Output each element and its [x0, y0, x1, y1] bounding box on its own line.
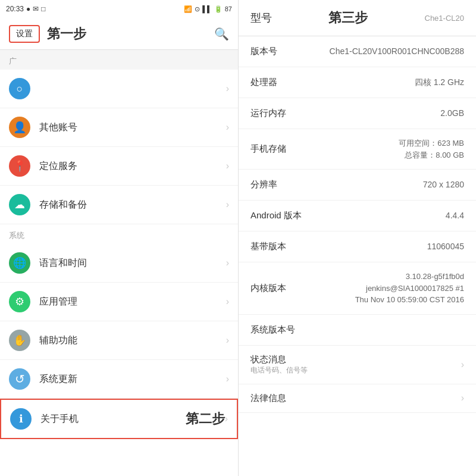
section-label-system: 系统: [0, 224, 238, 244]
row-kernel: 内核版本 3.10.28-g5f1fb0djenkins@SIA10000178…: [239, 262, 476, 315]
value-baseband: 11060045: [304, 240, 464, 253]
status-label-group: 状态消息 电话号码、信号等: [250, 354, 456, 375]
chevron-icon: ›: [226, 199, 229, 210]
menu-item-storage[interactable]: ☁ 存储和备份 ›: [0, 186, 238, 224]
label-processor: 处理器: [250, 77, 304, 88]
row-android: Android 版本 4.4.4: [239, 201, 476, 231]
label-storage: 手机存储: [250, 143, 304, 155]
chevron-icon: ›: [226, 122, 229, 133]
search-icon[interactable]: 🔍: [214, 27, 229, 41]
status-msg-icon: ✉: [33, 5, 39, 13]
row-processor: 处理器 四核 1.2 GHz: [239, 67, 476, 98]
icon-accounts: 👤: [9, 117, 30, 138]
value-processor: 四核 1.2 GHz: [304, 76, 464, 89]
status-dot: ●: [26, 5, 30, 13]
value-storage: 可用空间：623 MB总容量：8.00 GB: [304, 137, 464, 161]
chevron-icon: ›: [226, 335, 229, 346]
status-time: 20:33: [6, 5, 24, 13]
icon-location: 📍: [9, 155, 30, 177]
row-version-number: 版本号 Che1-CL20V100R001CHNC00B288: [239, 36, 476, 67]
value-kernel: 3.10.28-g5f1fb0djenkins@SIA1000017825 #1…: [304, 271, 464, 306]
menu-item-location[interactable]: 📍 定位服务 ›: [0, 147, 238, 186]
right-panel: 型号 第三步 Che1-CL20 版本号 Che1-CL20V100R001CH…: [238, 0, 476, 476]
header: 设置 第一步 🔍: [0, 18, 238, 50]
battery-icon: 🔋: [214, 5, 223, 13]
menu-item-apps[interactable]: ⚙ 应用管理 ›: [0, 283, 238, 321]
wifi-icon: ⊙: [195, 5, 200, 13]
signal-icon: 📶: [184, 5, 192, 13]
icon-storage: ☁: [9, 194, 30, 215]
status-left: 20:33 ● ✉ □: [6, 5, 46, 13]
menu-text-lang: 语言和时间: [39, 257, 226, 270]
menu-item-about[interactable]: ℹ 关于手机 第二步 ›: [0, 399, 238, 439]
icon-access: ✋: [9, 330, 30, 351]
row-resolution: 分辨率 720 x 1280: [239, 170, 476, 201]
step-two-label: 第二步: [186, 410, 225, 428]
label-status: 状态消息: [250, 354, 456, 365]
label-sysver: 系统版本号: [250, 324, 304, 336]
menu-item-update[interactable]: ↺ 系统更新 ›: [0, 360, 238, 399]
row-storage: 手机存储 可用空间：623 MB总容量：8.00 GB: [239, 129, 476, 170]
step-three-label: 第三步: [328, 9, 368, 27]
value-version-number: Che1-CL20V100R001CHNC00B288: [304, 45, 464, 58]
model-value: Che1-CL20: [425, 14, 465, 23]
menu-text-accounts: 其他账号: [39, 121, 226, 134]
menu-item-lang[interactable]: 🌐 语言和时间 ›: [0, 244, 238, 283]
menu-item-accounts[interactable]: 👤 其他账号 ›: [0, 108, 238, 147]
value-ram: 2.0GB: [304, 107, 464, 120]
label-status-sub: 电话号码、信号等: [250, 365, 456, 375]
menu-list: ○ › 👤 其他账号 › 📍 定位服务 › ☁ 存储和备份 › 系统 🌐 语言和…: [0, 70, 238, 476]
menu-text-storage: 存储和备份: [39, 199, 226, 211]
row-legal[interactable]: 法律信息 ›: [239, 384, 476, 413]
label-ram: 运行内存: [250, 108, 304, 119]
label-legal: 法律信息: [250, 393, 304, 404]
label-version-number: 版本号: [250, 46, 304, 57]
bars-icon: ▌▌: [202, 5, 212, 12]
model-label: 型号: [250, 11, 272, 25]
row-baseband: 基带版本 11060045: [239, 231, 476, 262]
label-baseband: 基带版本: [250, 241, 304, 252]
chevron-icon: ›: [226, 374, 229, 384]
menu-item-access[interactable]: ✋ 辅助功能 ›: [0, 321, 238, 360]
row-status[interactable]: 状态消息 电话号码、信号等 ›: [239, 346, 476, 384]
icon-lang: 🌐: [9, 252, 30, 274]
menu-text-apps: 应用管理: [39, 296, 226, 308]
menu-item-blue[interactable]: ○ ›: [0, 70, 238, 108]
chevron-icon: ›: [226, 296, 229, 307]
menu-text-access: 辅助功能: [39, 334, 226, 347]
status-bar: 20:33 ● ✉ □ 📶 ⊙ ▌▌ 🔋 87: [0, 0, 238, 18]
chevron-icon: ›: [225, 414, 228, 424]
battery-level: 87: [225, 5, 232, 12]
icon-update: ↺: [9, 368, 30, 390]
menu-text-about: 关于手机: [40, 413, 181, 425]
label-kernel: 内核版本: [250, 283, 304, 294]
left-panel: 20:33 ● ✉ □ 📶 ⊙ ▌▌ 🔋 87 设置 第一步 🔍 广 ○ › 👤…: [0, 0, 238, 476]
label-resolution: 分辨率: [250, 179, 304, 190]
section-label-guang: 广: [0, 50, 238, 70]
icon-blue: ○: [9, 78, 30, 99]
chevron-icon: ›: [226, 258, 229, 268]
label-android: Android 版本: [250, 210, 304, 221]
status-right: 📶 ⊙ ▌▌ 🔋 87: [184, 5, 232, 13]
settings-button[interactable]: 设置: [9, 25, 40, 43]
icon-apps: ⚙: [9, 291, 30, 312]
menu-text-location: 定位服务: [39, 160, 226, 173]
menu-text-update: 系统更新: [39, 373, 226, 386]
step-one-label: 第一步: [47, 25, 86, 43]
value-resolution: 720 x 1280: [304, 178, 464, 191]
right-header: 型号 第三步 Che1-CL20: [239, 0, 476, 36]
icon-about: ℹ: [10, 408, 32, 430]
status-alarm-icon: □: [41, 5, 45, 13]
row-sysver: 系统版本号: [239, 315, 476, 346]
chevron-right-icon: ›: [461, 359, 464, 370]
row-ram: 运行内存 2.0GB: [239, 98, 476, 129]
chevron-legal-icon: ›: [461, 393, 464, 403]
value-android: 4.4.4: [304, 209, 464, 222]
chevron-icon: ›: [226, 83, 229, 94]
chevron-icon: ›: [226, 161, 229, 171]
